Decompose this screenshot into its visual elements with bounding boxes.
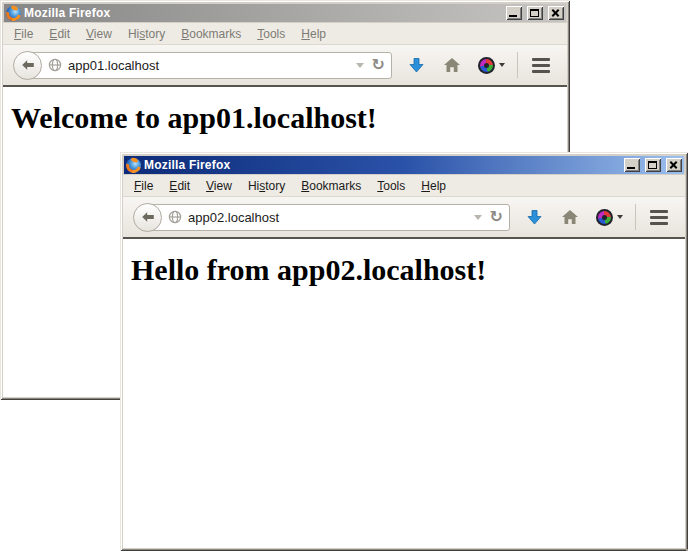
home-icon — [443, 57, 461, 73]
toolbar-separator — [517, 52, 518, 78]
reload-icon[interactable]: ↻ — [372, 57, 385, 73]
firefox-logo-icon — [126, 158, 141, 173]
home-icon — [561, 209, 579, 225]
menu-item-bookmarks[interactable]: Bookmarks — [294, 177, 368, 195]
menu-item-view[interactable]: View — [79, 25, 119, 43]
download-button[interactable] — [518, 202, 550, 232]
color-wheel-icon — [478, 57, 495, 74]
hamburger-icon — [650, 210, 668, 213]
resize-grip[interactable] — [682, 545, 684, 547]
reload-icon[interactable]: ↻ — [490, 209, 503, 225]
color-wheel-icon — [596, 209, 613, 226]
menu-item-history[interactable]: History — [121, 25, 172, 43]
location-bar: ↻ — [147, 204, 510, 231]
home-button[interactable] — [554, 202, 586, 232]
menu-item-help[interactable]: Help — [414, 177, 453, 195]
menu-item-history[interactable]: History — [241, 177, 292, 195]
globe-site-identity-icon[interactable] — [48, 58, 62, 72]
title-bar[interactable]: Mozilla Firefox — [124, 156, 684, 174]
menu-item-bookmarks[interactable]: Bookmarks — [174, 25, 248, 43]
window-title: Mozilla Firefox — [144, 158, 619, 172]
menu-item-tools[interactable]: Tools — [250, 25, 292, 43]
location-bar: ↻ — [27, 52, 392, 79]
maximize-button[interactable] — [645, 158, 661, 172]
page-heading: Welcome to app01.localhost! — [11, 101, 559, 135]
hamburger-menu-button[interactable] — [525, 50, 557, 80]
menu-bar: FileEditViewHistoryBookmarksToolsHelp — [3, 23, 567, 45]
url-dropdown-icon[interactable] — [356, 63, 364, 68]
close-button[interactable] — [666, 158, 682, 172]
color-wheel-extension-button[interactable] — [472, 50, 510, 80]
download-button[interactable] — [400, 50, 432, 80]
menu-item-file[interactable]: File — [127, 177, 160, 195]
menu-item-tools[interactable]: Tools — [370, 177, 412, 195]
menu-bar: FileEditViewHistoryBookmarksToolsHelp — [123, 175, 685, 197]
back-button[interactable] — [13, 51, 42, 80]
chevron-down-icon — [617, 215, 623, 219]
color-wheel-extension-button[interactable] — [590, 202, 628, 232]
navigation-toolbar: ↻ — [123, 197, 685, 239]
download-arrow-icon — [526, 209, 543, 226]
url-dropdown-icon[interactable] — [474, 215, 482, 220]
minimize-button[interactable] — [624, 158, 640, 172]
back-arrow-icon — [20, 57, 36, 73]
close-button[interactable] — [548, 6, 564, 20]
back-arrow-icon — [140, 209, 156, 225]
menu-item-view[interactable]: View — [199, 177, 239, 195]
chevron-down-icon — [499, 63, 505, 67]
hamburger-menu-button[interactable] — [643, 202, 675, 232]
home-button[interactable] — [436, 50, 468, 80]
browser-window-app02: Mozilla Firefox FileEditViewHistoryBookm… — [120, 152, 688, 551]
back-button[interactable] — [133, 203, 162, 232]
page-content: Hello from app02.localhost! — [123, 239, 685, 548]
toolbar-separator — [635, 204, 636, 230]
download-arrow-icon — [408, 57, 425, 74]
menu-item-file[interactable]: File — [7, 25, 40, 43]
navigation-toolbar: ↻ — [3, 45, 567, 87]
minimize-button[interactable] — [506, 6, 522, 20]
page-heading: Hello from app02.localhost! — [131, 253, 677, 287]
window-title: Mozilla Firefox — [24, 6, 501, 20]
url-input[interactable] — [186, 210, 470, 225]
menu-item-edit[interactable]: Edit — [162, 177, 197, 195]
maximize-button[interactable] — [527, 6, 543, 20]
globe-site-identity-icon[interactable] — [168, 210, 182, 224]
title-bar[interactable]: Mozilla Firefox — [4, 4, 566, 22]
firefox-logo-icon — [6, 6, 21, 21]
menu-item-edit[interactable]: Edit — [42, 25, 77, 43]
menu-item-help[interactable]: Help — [294, 25, 333, 43]
url-input[interactable] — [66, 58, 352, 73]
hamburger-icon — [532, 58, 550, 61]
